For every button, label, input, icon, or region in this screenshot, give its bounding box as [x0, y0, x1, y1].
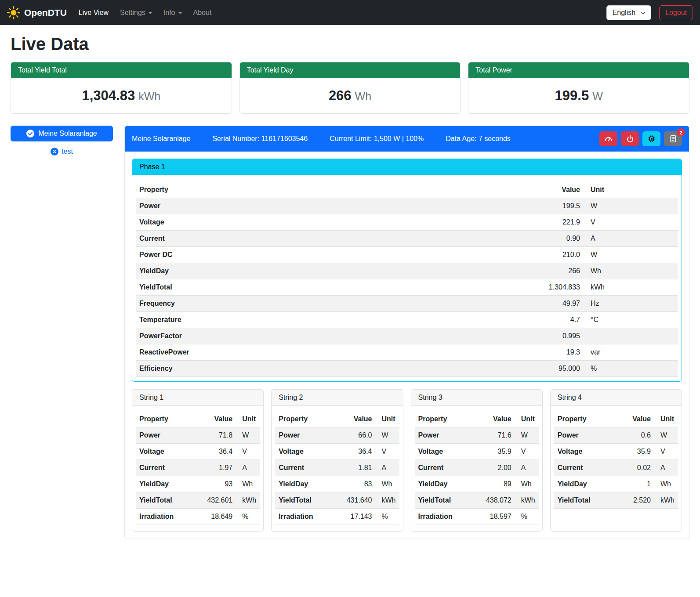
nav-about[interactable]: About: [188, 5, 218, 20]
value-cell: 0.995: [518, 328, 584, 344]
brand[interactable]: OpenDTU: [7, 6, 67, 19]
language-select-value: English: [613, 9, 635, 17]
table-row: YieldDay 266 Wh: [136, 263, 678, 279]
property-cell: Voltage: [136, 444, 202, 460]
phase-card-title: Phase 1: [132, 159, 682, 175]
table-header-row: Property Value Unit: [415, 411, 539, 427]
gauge-icon: [604, 135, 613, 143]
column-unit: Unit: [584, 182, 678, 198]
unit-cell: kWh: [515, 492, 539, 509]
table-row: Frequency 49.97 Hz: [136, 296, 678, 312]
value-cell: 431.640: [341, 492, 376, 509]
unit-cell: Wh: [654, 476, 678, 492]
language-select[interactable]: English: [606, 5, 651, 20]
unit-cell: kWh: [376, 492, 399, 509]
unit-cell: V: [236, 444, 260, 460]
nav-settings[interactable]: Settings: [114, 5, 158, 20]
navbar-right: English Logout: [606, 5, 693, 20]
unit-cell: V: [376, 444, 399, 460]
table-row: Power 66.0 W: [275, 427, 399, 444]
column-value: Value: [620, 411, 654, 427]
logout-button[interactable]: Logout: [659, 5, 693, 20]
unit-cell: A: [236, 460, 260, 476]
property-cell: Current: [554, 460, 620, 476]
property-cell: Temperature: [136, 312, 518, 328]
table-row: Power 71.8 W: [136, 427, 260, 444]
property-cell: Current: [275, 460, 341, 476]
string-2-table: Property Value Unit Power: [275, 411, 399, 525]
unit-cell: kWh: [236, 492, 260, 509]
property-cell: Frequency: [136, 296, 518, 312]
inverter-sidebar: Meine Solaranlage test: [11, 126, 113, 156]
unit-cell: %: [584, 361, 678, 377]
property-cell: YieldTotal: [136, 279, 518, 296]
nav-info[interactable]: Info: [158, 5, 188, 20]
unit-cell: °C: [584, 312, 678, 328]
unit-cell: W: [584, 247, 678, 263]
table-header-row: Property Value Unit: [136, 182, 678, 198]
value-cell: 66.0: [341, 427, 376, 444]
property-cell: Current: [415, 460, 481, 476]
power-button[interactable]: [621, 131, 639, 146]
limit-settings-button[interactable]: [599, 131, 617, 146]
table-row: Current 1.97 A: [136, 460, 260, 476]
x-circle-icon: [51, 148, 58, 156]
table-row: Voltage 221.9 V: [136, 214, 678, 231]
table-header-row: Property Value Unit: [136, 411, 260, 427]
column-value: Value: [202, 411, 236, 427]
total-power-card: Total Power 199.5W: [468, 62, 689, 114]
value-cell: 199.5: [518, 198, 584, 214]
table-row: Voltage 35.9 V: [554, 444, 678, 460]
table-row: Temperature 4.7 °C: [136, 312, 678, 328]
string-4-card: String 4 Property Value Unit: [550, 389, 682, 532]
property-cell: ReactivePower: [136, 344, 518, 361]
sun-icon: [7, 6, 20, 19]
total-yield-day-card: Total Yield Day 266Wh: [239, 62, 461, 114]
property-cell: Power: [136, 427, 202, 444]
value-cell: 17.143: [341, 509, 376, 525]
table-row: Irradiation 17.143 %: [275, 509, 399, 525]
property-cell: Power: [136, 198, 518, 214]
property-cell: Current: [136, 460, 202, 476]
table-row: Power 199.5 W: [136, 198, 678, 214]
value-cell: 49.97: [518, 296, 584, 312]
journal-list-icon: [669, 135, 677, 143]
brand-label: OpenDTU: [24, 7, 67, 18]
summary-cards: Total Yield Total 1,304.83kWh Total Yiel…: [11, 62, 689, 114]
chevron-down-icon: [641, 10, 646, 14]
total-yield-day-value: 266: [329, 88, 352, 103]
phase-card: Phase 1 Property Value Unit: [132, 159, 682, 382]
nav-links: Live View Settings Info About: [73, 5, 218, 20]
property-cell: YieldDay: [136, 476, 202, 492]
table-row: Power 71.6 W: [415, 427, 539, 444]
test-link-label: test: [62, 148, 73, 156]
value-cell: 35.9: [620, 444, 654, 460]
table-row: YieldDay 89 Wh: [415, 476, 539, 492]
test-link[interactable]: test: [11, 148, 113, 156]
value-cell: 266: [518, 263, 584, 279]
string-cards: String 1 Property Value Unit: [132, 389, 682, 532]
column-unit: Unit: [515, 411, 539, 427]
table-row: Current 0.02 A: [554, 460, 678, 476]
property-cell: YieldDay: [136, 263, 518, 279]
nav-live-view[interactable]: Live View: [73, 5, 114, 20]
string-1-card: String 1 Property Value Unit: [132, 389, 264, 532]
table-row: YieldDay 93 Wh: [136, 476, 260, 492]
page-title: Live Data: [11, 34, 689, 54]
total-yield-day-unit: Wh: [355, 90, 372, 102]
table-row: YieldDay 1 Wh: [554, 476, 678, 492]
unit-cell: W: [654, 427, 678, 444]
navbar: OpenDTU Live View Settings Info About En…: [0, 0, 700, 25]
unit-cell: A: [376, 460, 399, 476]
device-info-button[interactable]: [642, 131, 660, 146]
property-cell: YieldDay: [275, 476, 341, 492]
value-cell: 1,304.833: [518, 279, 584, 296]
table-row: Power DC 210.0 W: [136, 247, 678, 263]
column-property: Property: [136, 182, 518, 198]
table-row: YieldTotal 438.072 kWh: [415, 492, 539, 509]
event-log-button[interactable]: 2: [664, 131, 682, 146]
inverter-select-button[interactable]: Meine Solaranlage: [11, 126, 113, 141]
value-cell: 19.3: [518, 344, 584, 361]
string-4-table: Property Value Unit Power: [554, 411, 678, 509]
value-cell: 2.520: [620, 492, 654, 509]
